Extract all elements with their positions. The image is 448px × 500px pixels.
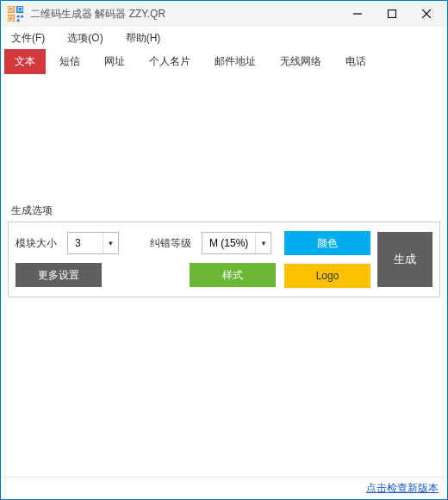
tab-bar: 文本 短信 网址 个人名片 邮件地址 无线网络 电话	[1, 49, 447, 78]
preview-area	[8, 303, 440, 477]
window-controls	[340, 2, 444, 26]
menubar: 文件(F) 选项(O) 帮助(H)	[1, 27, 447, 49]
tab-wifi[interactable]: 无线网络	[270, 49, 332, 74]
svg-rect-5	[9, 17, 13, 21]
tab-url[interactable]: 网址	[94, 49, 135, 74]
app-window: 二维码生成器 解码器 ZZY.QR 文件(F) 选项(O) 帮助(H) 文本 短…	[0, 0, 448, 500]
menu-file[interactable]: 文件(F)	[6, 29, 50, 47]
style-button[interactable]: 样式	[190, 263, 276, 287]
tab-phone[interactable]: 电话	[335, 49, 376, 74]
minimize-button[interactable]	[340, 2, 375, 26]
more-settings-button[interactable]: 更多设置	[16, 263, 102, 287]
qr-app-icon	[8, 6, 23, 22]
generation-title: 生成选项	[8, 198, 440, 222]
svg-rect-8	[17, 19, 20, 22]
close-button[interactable]	[409, 2, 444, 26]
menu-help[interactable]: 帮助(H)	[121, 29, 166, 47]
module-size-label: 模块大小	[16, 236, 59, 251]
titlebar: 二维码生成器 解码器 ZZY.QR	[1, 1, 447, 27]
chevron-down-icon: ▼	[255, 233, 271, 253]
check-update-link[interactable]: 点击检查新版本	[366, 481, 439, 496]
menu-options[interactable]: 选项(O)	[62, 29, 108, 47]
module-size-value: 3	[68, 237, 103, 249]
maximize-button[interactable]	[375, 2, 409, 26]
tab-sms[interactable]: 短信	[49, 49, 90, 74]
footer: 点击检查新版本	[1, 477, 447, 499]
error-level-select[interactable]: M (15%) ▼	[202, 232, 271, 254]
svg-rect-10	[389, 10, 396, 18]
error-level-value: M (15%)	[202, 237, 255, 249]
svg-rect-3	[19, 8, 22, 11]
module-size-select[interactable]: 3 ▼	[67, 232, 119, 254]
generate-button[interactable]: 生成	[377, 232, 432, 287]
tab-vcard[interactable]: 个人名片	[139, 49, 201, 74]
svg-rect-1	[9, 8, 13, 11]
text-input-area[interactable]	[8, 78, 440, 198]
svg-rect-6	[17, 16, 20, 18]
window-title: 二维码生成器 解码器 ZZY.QR	[30, 7, 340, 22]
tab-text[interactable]: 文本	[4, 49, 46, 74]
color-button[interactable]: 颜色	[284, 231, 370, 255]
generation-panel: 模块大小 3 ▼ 纠错等级 M (15%) ▼ 更多设置 样式	[8, 222, 440, 297]
svg-rect-7	[21, 16, 23, 18]
error-level-label: 纠错等级	[150, 236, 193, 251]
gen-controls-right: 颜色 Logo	[284, 231, 370, 288]
logo-button[interactable]: Logo	[284, 264, 370, 288]
generation-section: 生成选项 模块大小 3 ▼ 纠错等级 M (15%) ▼	[8, 198, 440, 297]
chevron-down-icon: ▼	[103, 233, 118, 253]
gen-controls-left: 模块大小 3 ▼ 纠错等级 M (15%) ▼ 更多设置 样式	[16, 232, 276, 287]
tab-email[interactable]: 邮件地址	[204, 49, 266, 74]
